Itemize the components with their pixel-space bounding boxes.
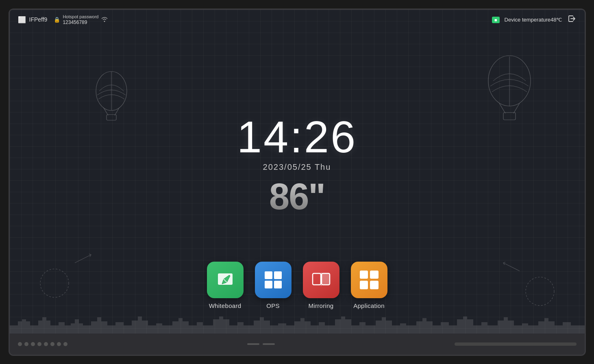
bezel-dots — [18, 342, 67, 346]
bezel-lines — [247, 343, 275, 345]
bezel-line — [263, 343, 275, 345]
lock-icon: 🔒 — [54, 17, 60, 23]
deco-bottom-right — [495, 259, 560, 309]
bezel-dot — [24, 342, 28, 346]
ops-label: OPS — [266, 302, 280, 309]
svg-point-11 — [526, 277, 554, 306]
ops-icon[interactable] — [255, 262, 292, 298]
bezel-speaker — [455, 342, 577, 346]
hotspot-label: Hotspot password — [63, 14, 98, 20]
svg-rect-8 — [503, 113, 516, 120]
balloon-right-decoration — [483, 50, 536, 129]
svg-point-10 — [40, 269, 69, 297]
svg-line-2 — [115, 107, 120, 115]
bezel-line — [247, 343, 259, 345]
application-label: Application — [353, 302, 385, 309]
app-grid-sq-3 — [360, 281, 368, 289]
center-content: 14:26 2023/05/25 Thu 86" — [237, 115, 357, 218]
wifi-icon — [101, 16, 108, 23]
app-grid-sq-2 — [370, 271, 379, 279]
app-grid — [360, 271, 379, 289]
mirroring-app[interactable]: Mirroring — [303, 262, 339, 309]
top-bar: ⬜ IFPeff9 🔒 Hotspot password 123456789 — [10, 10, 585, 30]
app-grid-sq-1 — [360, 271, 368, 279]
exit-button[interactable] — [568, 14, 577, 25]
hotspot-info: Hotspot password 123456789 — [63, 14, 98, 26]
top-bar-left: ⬜ IFPeff9 🔒 Hotspot password 123456789 — [18, 14, 109, 26]
monitor: ⬜ IFPeff9 🔒 Hotspot password 123456789 — [9, 9, 586, 356]
application-icon[interactable] — [351, 262, 387, 298]
win-sq-3 — [265, 281, 272, 288]
whiteboard-icon[interactable] — [207, 262, 244, 298]
device-name-area: ⬜ IFPeff9 — [18, 16, 48, 24]
temp-text: Device temperature48℃ — [505, 17, 563, 23]
bezel-dot — [18, 342, 22, 346]
whiteboard-app[interactable]: Whiteboard — [207, 262, 244, 309]
skyline-decoration — [10, 313, 585, 334]
bezel-dot — [37, 342, 41, 346]
app-grid-sq-4 — [370, 281, 379, 289]
win-sq-1 — [265, 271, 272, 279]
date-display: 2023/05/25 Thu — [263, 162, 331, 172]
ops-app[interactable]: OPS — [255, 262, 292, 309]
time-display: 14:26 — [237, 115, 357, 159]
device-name: IFPeff9 — [29, 16, 48, 23]
deco-bottom-left — [34, 251, 99, 301]
monitor-icon: ⬜ — [18, 16, 26, 24]
size-display: 86" — [269, 176, 325, 218]
svg-rect-15 — [322, 273, 330, 285]
balloon-left-decoration — [91, 67, 132, 129]
svg-line-1 — [103, 107, 108, 115]
hotspot-area: 🔒 Hotspot password 123456789 — [54, 14, 108, 26]
win-sq-4 — [274, 281, 282, 288]
top-bar-right: ■ Device temperature48℃ — [492, 14, 577, 25]
svg-rect-14 — [313, 273, 321, 285]
bezel-dot — [57, 342, 61, 346]
bezel-dot — [63, 342, 67, 346]
win-sq-2 — [274, 271, 282, 279]
whiteboard-label: Whiteboard — [209, 302, 242, 309]
bottom-bezel — [10, 334, 585, 355]
temp-badge: ■ — [492, 17, 500, 23]
windows-icon — [265, 271, 282, 288]
bezel-dot — [44, 342, 48, 346]
bezel-dot — [31, 342, 35, 346]
hotspot-password: 123456789 — [63, 20, 98, 25]
apps-row: Whiteboard OPS — [207, 262, 387, 309]
bezel-dot — [50, 342, 54, 346]
screen: ⬜ IFPeff9 🔒 Hotspot password 123456789 — [10, 10, 585, 334]
mirroring-label: Mirroring — [309, 302, 334, 309]
mirroring-icon[interactable] — [303, 262, 339, 298]
application-app[interactable]: Application — [351, 262, 387, 309]
